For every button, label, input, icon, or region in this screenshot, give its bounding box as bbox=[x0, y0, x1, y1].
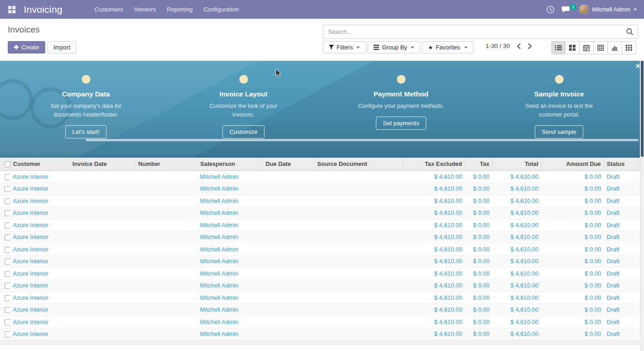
pager-next-icon[interactable] bbox=[528, 43, 533, 49]
nav-item-configuration[interactable]: Configuration bbox=[198, 0, 244, 19]
cell-amount-due: $ 0.00 bbox=[541, 255, 604, 268]
graph-view-button[interactable] bbox=[608, 41, 622, 54]
cell-status: Draft bbox=[604, 231, 644, 244]
table-row[interactable]: Azure Interior Mitchell Admin $ 4,610.00… bbox=[0, 292, 644, 304]
cell-invoice-date bbox=[69, 267, 135, 280]
nav-item-reporting[interactable]: Reporting bbox=[161, 0, 198, 19]
cell-salesperson: Mitchell Admin bbox=[197, 243, 263, 255]
cell-amount-due: $ 0.00 bbox=[541, 316, 604, 328]
chevron-down-icon bbox=[633, 9, 637, 11]
nav-item-customers[interactable]: Customers bbox=[89, 0, 129, 19]
row-checkbox[interactable] bbox=[5, 295, 10, 301]
messages-icon[interactable]: 1 bbox=[562, 5, 572, 14]
customize-button[interactable]: Customize bbox=[222, 125, 264, 138]
group-by-button[interactable]: Group By bbox=[368, 41, 420, 53]
search-icon[interactable] bbox=[626, 28, 633, 36]
row-checkbox[interactable] bbox=[5, 319, 10, 325]
column-header-tax[interactable]: Tax bbox=[465, 158, 492, 170]
filter-icon bbox=[329, 45, 334, 50]
row-checkbox[interactable] bbox=[5, 283, 10, 289]
messages-badge: 1 bbox=[570, 4, 576, 10]
column-header-customer[interactable]: Customer bbox=[10, 158, 69, 170]
table-row[interactable]: Azure Interior Mitchell Admin $ 4,610.00… bbox=[0, 170, 644, 183]
nav-item-vendors[interactable]: Vendors bbox=[129, 0, 162, 19]
favorites-button[interactable]: ★ Favorites bbox=[422, 41, 473, 53]
table-row[interactable]: Azure Interior Mitchell Admin $ 4,610.00… bbox=[0, 316, 644, 328]
row-checkbox[interactable] bbox=[5, 234, 10, 240]
column-header-status[interactable]: Status bbox=[604, 158, 644, 170]
row-select-cell bbox=[0, 267, 10, 280]
cell-tax: $ 0.00 bbox=[465, 267, 492, 280]
step-dot bbox=[82, 75, 90, 84]
cell-source-document bbox=[314, 231, 402, 244]
table-row[interactable]: Azure Interior Mitchell Admin $ 4,610.00… bbox=[0, 207, 644, 219]
kanban-view-button[interactable] bbox=[565, 41, 580, 54]
send-sample-button[interactable]: Send sample bbox=[535, 125, 583, 138]
cell-customer: Azure Interior bbox=[10, 292, 69, 304]
table-row[interactable]: Azure Interior Mitchell Admin $ 4,610.00… bbox=[0, 183, 644, 195]
row-checkbox[interactable] bbox=[5, 223, 10, 229]
set-payments-button[interactable]: Set payments bbox=[376, 117, 426, 130]
cell-tax: $ 0.00 bbox=[465, 316, 492, 328]
activity-view-button[interactable] bbox=[622, 41, 636, 54]
search-input[interactable] bbox=[323, 28, 626, 35]
column-header-salesperson[interactable]: Salesperson bbox=[197, 158, 263, 170]
cell-status: Draft bbox=[604, 280, 644, 292]
table-row[interactable]: Azure Interior Mitchell Admin $ 4,610.00… bbox=[0, 195, 644, 207]
row-checkbox[interactable] bbox=[5, 247, 10, 253]
column-header-amount-due[interactable]: Amount Due bbox=[541, 158, 604, 170]
user-menu[interactable]: Mitchell Admin bbox=[579, 5, 637, 14]
row-checkbox[interactable] bbox=[5, 210, 10, 216]
cell-amount-due: $ 0.00 bbox=[541, 280, 604, 292]
row-checkbox[interactable] bbox=[5, 186, 10, 192]
column-header-invoice-date[interactable]: Invoice Date bbox=[69, 158, 135, 170]
cell-due-date bbox=[263, 195, 314, 207]
column-header-number[interactable]: Number bbox=[135, 158, 197, 170]
filters-button[interactable]: Filters bbox=[323, 41, 366, 53]
cell-total: $ 4,610.00 bbox=[492, 292, 541, 304]
table-row[interactable]: Azure Interior Mitchell Admin $ 4,610.00… bbox=[0, 231, 644, 244]
control-panel: Invoices ✚Create Import Filters Group By bbox=[0, 19, 644, 61]
cell-tax-excluded: $ 4,610.00 bbox=[402, 316, 465, 328]
calendar-view-button[interactable] bbox=[580, 41, 594, 54]
step-title: Invoice Layout bbox=[219, 90, 267, 98]
row-checkbox[interactable] bbox=[5, 331, 10, 337]
select-all-checkbox[interactable] bbox=[5, 161, 11, 167]
cell-source-document bbox=[314, 280, 402, 292]
row-checkbox[interactable] bbox=[5, 307, 10, 313]
pager-previous-icon[interactable] bbox=[516, 43, 521, 49]
column-header-total[interactable]: Total bbox=[492, 158, 541, 170]
row-checkbox[interactable] bbox=[5, 174, 10, 180]
column-header-tax-excluded[interactable]: Tax Excluded bbox=[402, 158, 465, 170]
cell-total: $ 4,610.00 bbox=[492, 207, 541, 219]
table-row[interactable]: Azure Interior Mitchell Admin $ 4,610.00… bbox=[0, 280, 644, 292]
cell-due-date bbox=[263, 231, 314, 244]
pivot-view-button[interactable] bbox=[594, 41, 608, 54]
cell-number bbox=[135, 231, 197, 244]
import-button[interactable]: Import bbox=[48, 41, 76, 53]
list-view-button[interactable] bbox=[551, 41, 565, 54]
apps-menu-icon[interactable] bbox=[8, 6, 16, 13]
table-row[interactable]: Azure Interior Mitchell Admin $ 4,610.00… bbox=[0, 328, 644, 340]
activities-clock-icon[interactable] bbox=[546, 5, 554, 14]
cell-salesperson: Mitchell Admin bbox=[197, 219, 263, 231]
column-header-due-date[interactable]: Due Date bbox=[263, 158, 314, 170]
table-row[interactable]: Azure Interior Mitchell Admin $ 4,610.00… bbox=[0, 219, 644, 231]
table-row[interactable]: Azure Interior Mitchell Admin $ 4,610.00… bbox=[0, 304, 644, 316]
lets-start-button[interactable]: Let's start! bbox=[65, 125, 106, 138]
cell-tax: $ 0.00 bbox=[465, 243, 492, 255]
table-row[interactable]: Azure Interior Mitchell Admin $ 4,610.00… bbox=[0, 267, 644, 280]
row-checkbox[interactable] bbox=[5, 271, 10, 277]
cell-customer: Azure Interior bbox=[10, 195, 69, 207]
column-header-source-document[interactable]: Source Document bbox=[314, 158, 402, 170]
row-select-cell bbox=[0, 170, 10, 183]
onboarding-step-sample-invoice: Sample Invoice Send an invoice to test t… bbox=[495, 75, 623, 138]
vertical-scrollbar[interactable] bbox=[640, 61, 644, 351]
scrollbar-thumb[interactable] bbox=[641, 61, 644, 157]
table-row[interactable]: Azure Interior Mitchell Admin $ 4,610.00… bbox=[0, 243, 644, 255]
row-checkbox[interactable] bbox=[5, 259, 10, 265]
create-button[interactable]: ✚Create bbox=[8, 41, 45, 53]
app-title[interactable]: Invoicing bbox=[24, 4, 63, 15]
row-checkbox[interactable] bbox=[5, 198, 10, 204]
table-row[interactable]: Azure Interior Mitchell Admin $ 4,610.00… bbox=[0, 255, 644, 268]
